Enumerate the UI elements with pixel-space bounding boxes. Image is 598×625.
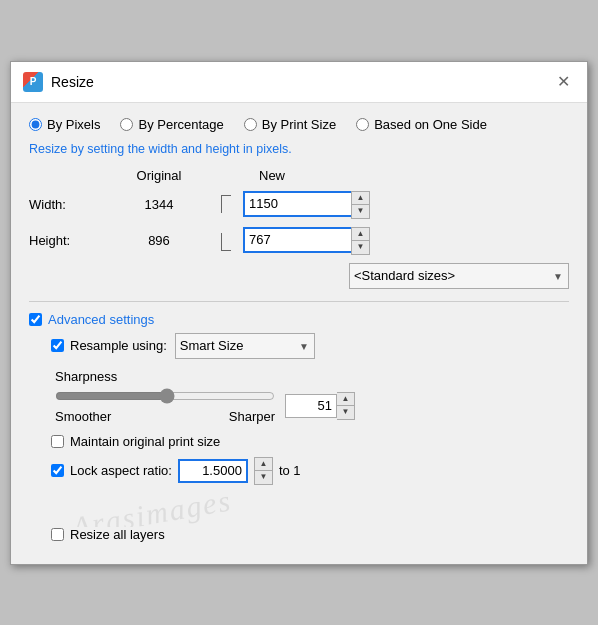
app-icon: P (23, 72, 43, 92)
dialog-content: By Pixels By Percentage By Print Size Ba… (11, 103, 587, 564)
sharpness-slider[interactable] (55, 388, 275, 404)
watermark-text: Arasimages (69, 493, 234, 527)
resize-mode-options: By Pixels By Percentage By Print Size Ba… (29, 117, 569, 132)
lock-bracket-mid-top (221, 209, 231, 213)
bottom-area: Arasimages Resize all layers (51, 493, 569, 542)
title-bar-left: P Resize (23, 72, 94, 92)
sharpness-slider-container: Smoother Sharper (55, 388, 275, 424)
height-new-spinner: ▲ ▼ (243, 227, 569, 255)
standard-sizes-row: <Standard sizes> 800x600 1024x768 1280x7… (29, 263, 569, 289)
lock-bottom (209, 231, 243, 251)
height-original-value: 896 (109, 233, 209, 248)
sharpness-spin-up[interactable]: ▲ (337, 393, 354, 406)
watermark-area: Arasimages (51, 493, 569, 527)
sharpness-spin-down[interactable]: ▼ (337, 406, 354, 419)
height-spin-buttons: ▲ ▼ (351, 227, 370, 255)
close-button[interactable]: ✕ (551, 70, 575, 94)
lock-aspect-checkbox-label[interactable]: Lock aspect ratio: (51, 463, 172, 478)
slider-labels: Smoother Sharper (55, 409, 275, 424)
maintain-print-size-row: Maintain original print size (51, 434, 569, 449)
dimensions-table: Original New Width: 1344 ▲ ▼ Height: 896 (29, 168, 569, 255)
standard-sizes-wrapper: <Standard sizes> 800x600 1024x768 1280x7… (349, 263, 569, 289)
lock-aspect-checkbox[interactable] (51, 464, 64, 477)
resize-dialog: P Resize ✕ By Pixels By Percentage By Pr… (10, 61, 588, 565)
sharpness-row: Smoother Sharper ▲ ▼ (55, 388, 569, 424)
dialog-title: Resize (51, 74, 94, 90)
lock-bracket-top (221, 195, 231, 209)
radio-by-percentage[interactable]: By Percentage (120, 117, 223, 132)
height-label: Height: (29, 233, 109, 248)
resample-select[interactable]: Smart Size Bicubic Bilinear Nearest Neig… (175, 333, 315, 359)
height-input[interactable] (243, 227, 351, 253)
resize-layers-checkbox[interactable] (51, 528, 64, 541)
width-input[interactable] (243, 191, 351, 217)
lock-top (209, 195, 243, 215)
resize-layers-label[interactable]: Resize all layers (51, 527, 165, 542)
section-divider (29, 301, 569, 302)
resize-layers-row: Resize all layers (51, 527, 569, 542)
hint-text: Resize by setting the width and height i… (29, 142, 569, 156)
resample-row: Resample using: Smart Size Bicubic Bilin… (51, 333, 569, 359)
maintain-print-size-checkbox[interactable] (51, 435, 64, 448)
advanced-settings-section: Advanced settings Resample using: Smart … (29, 312, 569, 542)
maintain-print-size-label[interactable]: Maintain original print size (51, 434, 220, 449)
sharpness-label: Sharpness (55, 369, 569, 384)
width-label: Width: (29, 197, 109, 212)
sharpness-input[interactable] (285, 394, 337, 418)
lock-aspect-spin-buttons: ▲ ▼ (254, 457, 273, 485)
width-original-value: 1344 (109, 197, 209, 212)
original-header: Original (109, 168, 209, 183)
title-bar: P Resize ✕ (11, 62, 587, 103)
width-spin-up[interactable]: ▲ (352, 192, 369, 205)
height-spin-down[interactable]: ▼ (352, 241, 369, 254)
advanced-inner: Resample using: Smart Size Bicubic Bilin… (29, 333, 569, 542)
sharpness-section: Sharpness Smoother Sharper (51, 369, 569, 424)
radio-based-on-one-side[interactable]: Based on One Side (356, 117, 487, 132)
to-one-label: to 1 (279, 463, 301, 478)
lock-aspect-spin-down[interactable]: ▼ (255, 471, 272, 484)
advanced-settings-checkbox[interactable] (29, 313, 42, 326)
lock-aspect-ratio-row: Lock aspect ratio: ▲ ▼ to 1 (51, 457, 569, 485)
resample-select-wrapper: Smart Size Bicubic Bilinear Nearest Neig… (175, 333, 315, 359)
lock-bracket-bottom (221, 237, 231, 251)
resample-checkbox-label[interactable]: Resample using: (51, 338, 167, 353)
width-spin-down[interactable]: ▼ (352, 205, 369, 218)
advanced-settings-checkbox-label[interactable]: Advanced settings (29, 312, 569, 327)
new-header: New (243, 168, 569, 183)
sharpness-spin-buttons: ▲ ▼ (337, 392, 355, 420)
sharpness-spinner: ▲ ▼ (285, 392, 355, 420)
lock-aspect-spin-up[interactable]: ▲ (255, 458, 272, 471)
standard-sizes-select[interactable]: <Standard sizes> 800x600 1024x768 1280x7… (349, 263, 569, 289)
lock-aspect-input[interactable] (178, 459, 248, 483)
radio-by-pixels[interactable]: By Pixels (29, 117, 100, 132)
width-new-spinner: ▲ ▼ (243, 191, 569, 219)
height-spin-up[interactable]: ▲ (352, 228, 369, 241)
radio-by-print-size[interactable]: By Print Size (244, 117, 336, 132)
resample-checkbox[interactable] (51, 339, 64, 352)
width-spin-buttons: ▲ ▼ (351, 191, 370, 219)
